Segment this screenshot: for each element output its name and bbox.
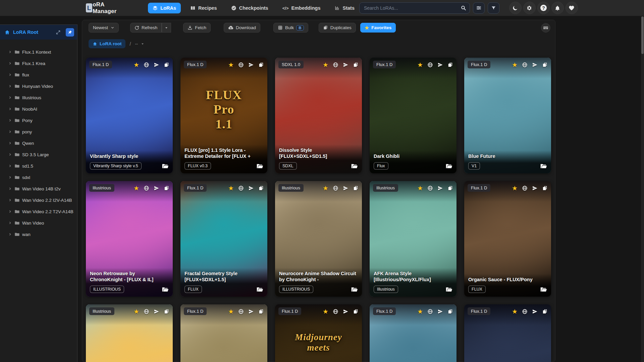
sidebar-folder-pony[interactable]: pony xyxy=(0,126,77,137)
open-folder-icon[interactable] xyxy=(351,163,358,170)
globe-icon[interactable] xyxy=(144,185,149,191)
send-icon[interactable] xyxy=(343,62,348,68)
globe-icon[interactable] xyxy=(144,309,149,314)
globe-icon[interactable] xyxy=(144,62,149,68)
send-icon[interactable] xyxy=(248,309,254,314)
globe-icon[interactable] xyxy=(238,309,244,314)
filter-button[interactable] xyxy=(488,2,499,14)
lora-card[interactable]: Midjourney meets Flux.1 D ★ xyxy=(275,304,362,362)
sidebar-header[interactable]: LoRA Root xyxy=(0,25,77,40)
sidebar-folder-flux[interactable]: flux xyxy=(0,69,77,80)
favorite-star-icon[interactable]: ★ xyxy=(417,62,423,68)
sidebar-folder-wan-video-14b-t2v[interactable]: Wan Video 14B t2v xyxy=(0,183,77,194)
sort-select[interactable]: Newest xyxy=(89,23,119,33)
open-folder-icon[interactable] xyxy=(540,163,547,170)
help-button[interactable]: ? xyxy=(537,2,550,14)
sidebar-folder-sdxl[interactable]: sdxl xyxy=(0,172,77,183)
nav-item-recipes[interactable]: Recipes xyxy=(185,3,222,13)
copy-icon[interactable] xyxy=(542,185,548,191)
sidebar-folder-noobai[interactable]: NoobAI xyxy=(0,103,77,115)
favorite-star-icon[interactable]: ★ xyxy=(323,308,328,315)
sidebar-folder-wan-video-2-2-t2v-a14b[interactable]: Wan Video 2.2 T2V-A14B xyxy=(0,206,77,217)
sidebar-folder-flux-1-kontext[interactable]: Flux.1 Kontext xyxy=(0,46,77,58)
pin-sidebar-button[interactable] xyxy=(66,28,74,37)
theme-toggle-button[interactable] xyxy=(509,2,522,14)
sidebar-folder-qwen[interactable]: Qwen xyxy=(0,137,77,149)
send-icon[interactable] xyxy=(248,185,254,191)
globe-icon[interactable] xyxy=(427,309,433,314)
duplicates-button[interactable]: Duplicates xyxy=(319,23,356,33)
sidebar-folder-flux-1-krea[interactable]: Flux.1 Krea xyxy=(0,58,77,69)
open-folder-icon[interactable] xyxy=(445,163,452,170)
lora-card[interactable]: Flux.1 D ★ Blue Future V1 xyxy=(464,58,551,173)
globe-icon[interactable] xyxy=(333,62,338,68)
lora-card[interactable]: Illustrious ★ Neurocore Anime Shadow Cir… xyxy=(275,181,362,297)
sidebar-folder-wan[interactable]: wan xyxy=(0,229,77,240)
copy-icon[interactable] xyxy=(447,62,453,68)
favorite-star-icon[interactable]: ★ xyxy=(512,308,518,315)
download-button[interactable]: Download xyxy=(224,23,260,33)
send-icon[interactable] xyxy=(154,185,159,191)
collapse-all-icon[interactable] xyxy=(56,30,61,35)
lora-card[interactable]: Illustrious ★ Neon Retrowave by ChronoKn… xyxy=(86,181,173,297)
send-icon[interactable] xyxy=(248,62,254,68)
open-folder-icon[interactable] xyxy=(256,286,263,293)
sidebar-folder-wan-video-2-2-i2v-a14b[interactable]: Wan Video 2.2 I2V-A14B xyxy=(0,194,77,206)
send-icon[interactable] xyxy=(154,309,159,314)
settings-button[interactable] xyxy=(523,2,536,14)
send-icon[interactable] xyxy=(437,62,443,68)
favorite-star-icon[interactable]: ★ xyxy=(417,308,423,315)
nav-item-checkpoints[interactable]: Checkpoints xyxy=(226,3,273,13)
copy-icon[interactable] xyxy=(258,185,264,191)
lora-card[interactable]: Flux.1 D ★ xyxy=(370,304,457,362)
lora-card[interactable]: Illustrious ★ AFK Arena Style [Illustrio… xyxy=(370,181,457,297)
lora-card[interactable]: FLUX Pro 1.1 Flux.1 D ★ FLUX [pro] 1.1 S… xyxy=(180,58,267,173)
page-scrollbar[interactable] xyxy=(641,16,644,362)
lora-card[interactable]: Flux.1 D ★ xyxy=(464,304,551,362)
lora-card[interactable]: Flux.1 D ★ Dark Ghibli Flux xyxy=(370,58,457,173)
lora-card[interactable]: SDXL 1.0 ★ Dissolve Style [FLUX+SDXL+SD1… xyxy=(275,58,362,173)
globe-icon[interactable] xyxy=(238,62,244,68)
globe-icon[interactable] xyxy=(333,309,338,314)
keyboard-shortcuts-button[interactable] xyxy=(541,23,550,33)
copy-icon[interactable] xyxy=(353,62,359,68)
favorite-star-icon[interactable]: ★ xyxy=(323,62,328,68)
send-icon[interactable] xyxy=(154,62,159,68)
lora-card[interactable]: Illustrious ★ xyxy=(86,304,173,362)
copy-icon[interactable] xyxy=(447,185,453,191)
nav-item-stats[interactable]: Stats xyxy=(330,3,359,13)
favorite-star-icon[interactable]: ★ xyxy=(133,308,139,315)
favorites-filter-button[interactable]: ★ Favorites xyxy=(360,23,396,33)
send-icon[interactable] xyxy=(532,309,538,314)
sidebar-folder-pony[interactable]: Pony xyxy=(0,115,77,126)
sidebar-folder-hunyuan-video[interactable]: Hunyuan Video xyxy=(0,80,77,92)
lora-card[interactable]: Flux.1 D ★ Organic Sauce - FLUX/Pony FLU… xyxy=(464,181,551,297)
send-icon[interactable] xyxy=(437,309,443,314)
globe-icon[interactable] xyxy=(522,185,528,191)
favorite-star-icon[interactable]: ★ xyxy=(228,308,234,315)
copy-icon[interactable] xyxy=(447,309,453,314)
globe-icon[interactable] xyxy=(522,309,528,314)
copy-icon[interactable] xyxy=(353,185,359,191)
open-folder-icon[interactable] xyxy=(162,163,169,170)
sidebar-folder-sd1-5[interactable]: sd1.5 xyxy=(0,160,77,172)
lora-card[interactable]: Flux.1 D ★ Vibrantly Sharp style Vibrant… xyxy=(86,58,173,173)
send-icon[interactable] xyxy=(343,309,348,314)
send-icon[interactable] xyxy=(532,62,538,68)
nav-item-loras[interactable]: LoRAs xyxy=(148,3,181,13)
refresh-button[interactable]: Refresh xyxy=(130,23,162,33)
lora-card[interactable]: Flux.1 D ★ xyxy=(180,304,267,362)
send-icon[interactable] xyxy=(437,185,443,191)
copy-icon[interactable] xyxy=(542,62,548,68)
open-folder-icon[interactable] xyxy=(445,286,452,293)
globe-icon[interactable] xyxy=(238,185,244,191)
globe-icon[interactable] xyxy=(522,62,528,68)
app-logo[interactable]: L oRA Manager xyxy=(86,1,119,15)
copy-icon[interactable] xyxy=(164,309,169,314)
copy-icon[interactable] xyxy=(164,62,169,68)
search-icon[interactable] xyxy=(461,5,466,11)
favorite-star-icon[interactable]: ★ xyxy=(323,185,328,191)
globe-icon[interactable] xyxy=(427,62,433,68)
sidebar-folder-wan-video[interactable]: Wan Video xyxy=(0,217,77,229)
favorite-star-icon[interactable]: ★ xyxy=(417,185,423,191)
